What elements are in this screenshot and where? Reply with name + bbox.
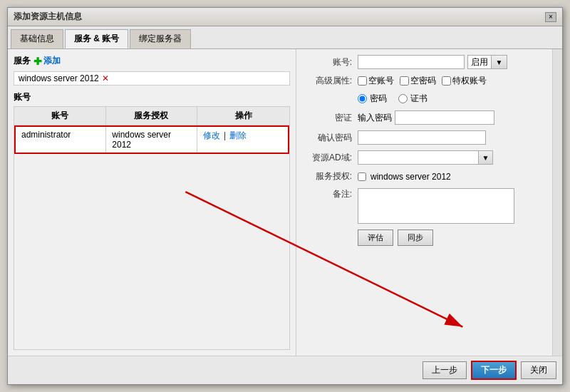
inner-prev-button[interactable]: 评估 [358,229,393,246]
empty-password-checkbox[interactable]: 空密码 [400,75,436,87]
right-panel: 账号: 启用 ▼ 高级属性: 空账号 [296,49,552,356]
edit-link[interactable]: 修改 [203,130,220,140]
ad-domain-row: 资源AD域: ▼ [302,150,546,165]
service-tag: windows server 2012 ✕ [14,71,290,86]
col-service-auth: 服务授权 [106,107,198,125]
enable-label: 启用 [467,55,492,69]
remark-textarea[interactable] [358,188,514,224]
advanced-row: 高级属性: 空账号 空密码 [302,75,546,87]
advanced-options: 空账号 空密码 特权账号 [358,75,487,87]
enable-dropdown: 启用 ▼ [467,55,507,69]
service-tag-label: windows server 2012 [19,73,99,83]
tab-bar: 基础信息 服务 & 账号 绑定服务器 [8,26,562,49]
enable-dropdown-arrow[interactable]: ▼ [492,55,507,69]
service-auth-row: 服务授权: windows server 2012 [302,170,546,182]
tab-services[interactable]: 服务 & 账号 [65,29,128,48]
confirm-password-row: 确认密码 [302,130,546,145]
account-input[interactable] [358,55,465,69]
empty-account-label: 空账号 [368,75,394,87]
account-row: 账号: 启用 ▼ [302,55,546,69]
add-button-label: 添加 [43,55,61,67]
confirm-password-input[interactable] [358,130,486,145]
remark-label: 备注: [302,188,352,200]
confirm-password-label: 确认密码 [302,132,352,144]
cell-actions: 修改 | 删除 [197,127,288,153]
cert-radio-label: 证书 [410,93,428,105]
cell-account: administrator [16,127,106,153]
service-auth-checkbox[interactable] [358,172,366,181]
tab-bind[interactable]: 绑定服务器 [130,29,191,48]
ad-domain-label: 资源AD域: [302,152,352,164]
add-service-button[interactable]: ✚ 添加 [33,55,61,67]
bottom-bar: 上一步 下一步 关闭 [8,356,562,384]
tab-basic[interactable]: 基础信息 [11,29,63,48]
account-section-label: 账号 [14,91,290,103]
cert-radio[interactable]: 证书 [398,93,428,105]
password-row: 密证 输入密码 [302,110,546,125]
col-action: 操作 [197,107,289,125]
service-auth-value: windows server 2012 [370,172,451,182]
ad-domain-dropdown-arrow[interactable]: ▼ [479,150,493,165]
table-row: administrator windows server 2012 修改 | 删… [14,125,289,154]
col-account: 账号 [14,107,106,125]
ad-domain-input[interactable] [358,150,479,165]
prev-button[interactable]: 上一步 [423,361,467,379]
inner-bottom-row: 评估 同步 [302,229,546,246]
service-auth-label: 服务授权: [302,170,352,182]
next-button[interactable]: 下一步 [471,361,517,380]
service-auth-options: windows server 2012 [358,172,451,182]
cell-service: windows server 2012 [106,127,197,153]
empty-account-checkbox[interactable]: 空账号 [358,75,394,87]
remark-row: 备注: [302,188,546,224]
close-icon[interactable]: × [545,12,556,22]
dialog-title: 添加资源主机信息 [14,11,82,23]
action-separator: | [224,130,226,140]
password-radio[interactable]: 密码 [358,93,387,105]
left-panel: 服务 ✚ 添加 windows server 2012 ✕ 账号 [8,49,296,356]
privileged-account-label: 特权账号 [452,75,487,87]
plus-icon: ✚ [33,56,42,67]
service-label: 服务 [14,55,31,67]
service-section-header: 服务 ✚ 添加 [14,55,290,67]
advanced-label: 高级属性: [302,75,352,87]
account-section: 账号 账号 服务授权 操作 administrator windows serv… [14,91,290,350]
inner-next-button[interactable]: 同步 [398,229,433,246]
add-host-dialog: 添加资源主机信息 × 基础信息 服务 & 账号 绑定服务器 服务 ✚ 添加 [7,7,563,385]
account-table: 账号 服务授权 操作 administrator windows server … [14,106,290,350]
account-field-label: 账号: [302,56,352,68]
delete-link[interactable]: 删除 [229,130,247,140]
input-password-label: 输入密码 [358,112,392,124]
scrollbar[interactable] [552,49,562,356]
auth-type-radio: 密码 证书 [358,93,428,105]
table-header: 账号 服务授权 操作 [14,107,289,125]
password-radio-label: 密码 [370,93,387,105]
remove-service-icon[interactable]: ✕ [102,73,109,83]
password-label: 密证 [302,112,352,124]
form-area: 账号: 启用 ▼ 高级属性: 空账号 [296,49,552,257]
empty-password-label: 空密码 [410,75,436,87]
password-input[interactable] [395,110,494,125]
auth-type-row: 密码 证书 [302,93,546,105]
title-bar: 添加资源主机信息 × [8,8,562,26]
close-button[interactable]: 关闭 [521,361,556,379]
privileged-account-checkbox[interactable]: 特权账号 [442,75,487,87]
